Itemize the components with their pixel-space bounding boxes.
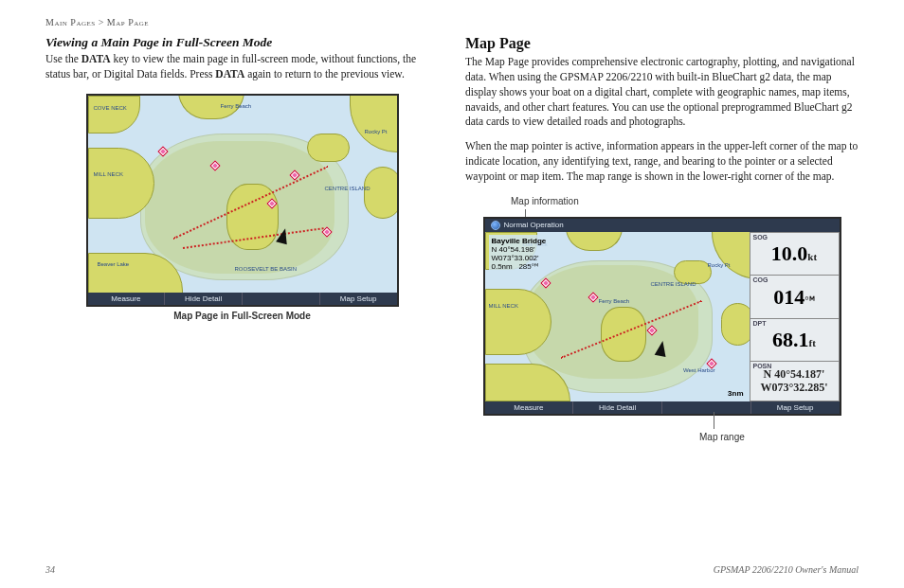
map-label: CENTRE ISLAND	[324, 186, 370, 191]
map-toolbar: Measure Hide Detail Map Setup	[485, 401, 840, 414]
sog-value: 10.0	[771, 241, 808, 265]
map-label: ROOSEVELT BE BASIN	[235, 266, 297, 272]
map-fullscreen: COVE NECK MILL NECK CENTRE ISLAND Ferry …	[86, 94, 399, 307]
toolbar-map-setup[interactable]: Map Setup	[751, 401, 840, 414]
text-fragment: Use the	[45, 53, 81, 64]
status-text: Normal Operation	[504, 221, 564, 229]
left-figure-caption: Map Page in Full-Screen Mode	[45, 311, 439, 321]
map-label: COVE NECK	[94, 105, 127, 111]
map-label: MILL NECK	[489, 303, 518, 309]
toolbar-hide-detail[interactable]: Hide Detail	[573, 401, 662, 414]
map-toolbar: Measure Hide Detail Map Setup	[88, 293, 397, 305]
boat-icon	[654, 340, 668, 357]
sog-label: SOG	[753, 234, 768, 241]
dpt-unit: ft	[809, 337, 816, 348]
posn-label: POSN	[753, 363, 772, 369]
right-paragraph-1: The Map Page provides comprehensive elec…	[465, 55, 859, 130]
cog-value: 014	[773, 285, 805, 309]
toolbar-blank	[243, 293, 320, 305]
doc-title: GPSMAP 2206/2210 Owner's Manual	[714, 564, 859, 575]
left-subheading: Viewing a Main Page in Full-Screen Mode	[45, 35, 439, 50]
page-footer: 34 GPSMAP 2206/2210 Owner's Manual	[45, 564, 859, 575]
data-cell-cog: COG 014°ᴹ	[750, 275, 840, 318]
annot-leader-line	[714, 412, 714, 429]
right-paragraph-2: When the map pointer is active, informat…	[465, 139, 859, 185]
breadcrumb: Main Pages > Map Page	[45, 17, 859, 27]
map-range: 3nm	[728, 389, 743, 398]
map-label: CENTRE ISLAND	[651, 281, 696, 287]
map-with-data-panel: Normal Operation	[483, 217, 841, 416]
map-label: Ferry Beach	[221, 103, 252, 109]
data-key-1: DATA	[81, 53, 111, 64]
info-distance: 0.5nm	[492, 262, 513, 271]
data-key-2: DATA	[215, 68, 244, 80]
text-fragment: again to return to the previous view.	[244, 68, 405, 80]
dpt-label: DPT	[753, 320, 767, 327]
data-panel: SOG 10.0kt COG 014°ᴹ DPT 68.1ft POSN	[750, 232, 840, 401]
data-cell-dpt: DPT 68.1ft	[750, 318, 840, 362]
annot-map-information: Map information	[511, 196, 579, 206]
satellite-icon	[491, 221, 500, 230]
info-bearing: 285°ᴹ	[518, 262, 538, 271]
map-label: Ferry Beach	[599, 298, 630, 304]
cog-unit: °ᴹ	[805, 294, 814, 306]
data-cell-sog: SOG 10.0kt	[750, 232, 840, 276]
sog-unit: kt	[807, 251, 817, 262]
status-bar: Normal Operation	[485, 219, 840, 232]
toolbar-map-setup[interactable]: Map Setup	[320, 293, 397, 305]
right-figure-block: Map information Normal Operation	[465, 194, 859, 442]
data-cell-posn: POSN N 40°54.187' W073°32.285'	[750, 361, 840, 401]
left-figure: COVE NECK MILL NECK CENTRE ISLAND Ferry …	[45, 94, 439, 321]
cog-label: COG	[753, 276, 768, 283]
map-label: Rocky Pt	[364, 129, 387, 134]
toolbar-measure[interactable]: Measure	[485, 401, 574, 414]
info-title: Bayville Bridge	[492, 237, 547, 245]
toolbar-blank	[662, 401, 751, 414]
map-info-overlay: Bayville Bridge N 40°54.198' W073°33.002…	[489, 235, 550, 273]
page-number: 34	[45, 564, 55, 575]
info-lat: N 40°54.198'	[492, 245, 547, 254]
toolbar-hide-detail[interactable]: Hide Detail	[165, 293, 243, 305]
map-label: Beaver Lake	[98, 261, 130, 267]
dpt-value: 68.1	[772, 328, 809, 351]
right-heading: Map Page	[465, 35, 859, 52]
left-column: Viewing a Main Page in Full-Screen Mode …	[45, 35, 439, 442]
info-lon: W073°33.002'	[492, 254, 547, 262]
map-label: MILL NECK	[94, 171, 123, 177]
map-label: Rocky Pt	[707, 262, 730, 268]
annot-map-range: Map range	[699, 432, 745, 442]
left-paragraph: Use the DATA key to view the main page i…	[45, 52, 439, 82]
right-column: Map Page The Map Page provides comprehen…	[465, 35, 859, 442]
toolbar-measure[interactable]: Measure	[88, 293, 166, 305]
posn-lon: W073°32.285'	[760, 382, 827, 395]
posn-lat: N 40°54.187'	[760, 368, 827, 382]
